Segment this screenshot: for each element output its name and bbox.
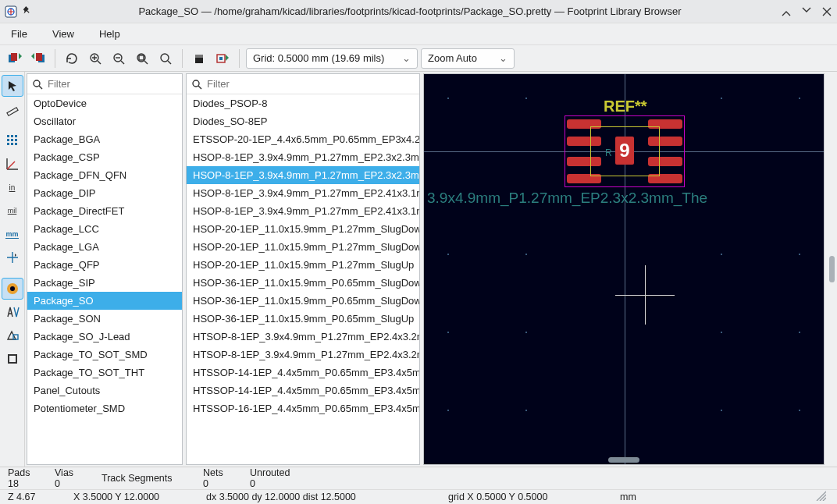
- footprint-list-item[interactable]: HSOP-8-1EP_3.9x4.9mm_P1.27mm_EP2.3x2.3m: [187, 148, 419, 166]
- footprint-list-item[interactable]: HSOP-8-1EP_3.9x4.9mm_P1.27mm_EP2.3x2.3m: [187, 166, 419, 184]
- horizontal-scrollbar[interactable]: [608, 457, 639, 463]
- svg-rect-20: [11, 139, 13, 141]
- text-display-icon[interactable]: [2, 301, 23, 323]
- footprint-list-item[interactable]: HTSSOP-16-1EP_4.4x5mm_P0.65mm_EP3.4x5m: [187, 399, 419, 417]
- window-title: Package_SO — /home/graham/kicad/librarie…: [39, 5, 781, 17]
- svg-rect-29: [9, 356, 16, 362]
- zoom-dropdown[interactable]: Zoom Auto ⌄: [421, 48, 515, 69]
- library-list-item[interactable]: Package_TO_SOT_SMD: [27, 346, 182, 364]
- library-list[interactable]: OptoDeviceOscillatorPackage_BGAPackage_C…: [27, 94, 182, 464]
- library-list-item[interactable]: Package_LGA: [27, 238, 182, 256]
- footprint-canvas[interactable]: REF** 9 R 3.9x4.9mm_P1.27mm_EP2.3x2.3mm_…: [423, 73, 825, 465]
- menu-file[interactable]: File: [6, 25, 32, 43]
- svg-rect-24: [15, 143, 17, 145]
- library-list-item[interactable]: Package_SO: [27, 292, 182, 310]
- svg-point-30: [34, 80, 40, 87]
- footprint-list-item[interactable]: HSOP-8-1EP_3.9x4.9mm_P1.27mm_EP2.41x3.1m: [187, 184, 419, 202]
- svg-rect-23: [11, 143, 13, 145]
- svg-rect-12: [195, 55, 203, 58]
- maximize-button[interactable]: [801, 6, 812, 17]
- view-3d-icon[interactable]: [189, 48, 209, 69]
- library-list-item[interactable]: Package_SON: [27, 310, 182, 328]
- library-list-item[interactable]: Oscillator: [27, 112, 182, 130]
- svg-rect-5: [36, 53, 42, 61]
- window-titlebar: Package_SO — /home/graham/kicad/librarie…: [0, 0, 837, 23]
- footprint-list-item[interactable]: HSOP-20-1EP_11.0x15.9mm_P1.27mm_SlugDow: [187, 238, 419, 256]
- status-zoom: Z 4.67: [0, 492, 66, 502]
- pin-icon[interactable]: [22, 5, 34, 18]
- library-list-item[interactable]: Package_SO_J-Lead: [27, 328, 182, 346]
- library-list-item[interactable]: Package_LCC: [27, 220, 182, 238]
- zoom-selection-icon[interactable]: [155, 48, 176, 69]
- library-list-item[interactable]: Panel_Cutouts: [27, 382, 182, 399]
- pad-fill-icon[interactable]: [2, 278, 23, 300]
- library-list-item[interactable]: Package_QFP: [27, 256, 182, 274]
- measure-tool-icon[interactable]: [2, 98, 23, 120]
- status-pads-value: 18: [8, 478, 39, 489]
- footprint-list-panel: Diodes_PSOP-8Diodes_SO-8EPETSSOP-20-1EP_…: [186, 73, 420, 465]
- vertical-scrollbar[interactable]: [829, 256, 835, 282]
- footprint-list-item[interactable]: ETSSOP-20-1EP_4.4x6.5mm_P0.65mm_EP3x4.2m: [187, 130, 419, 148]
- svg-rect-21: [15, 139, 17, 141]
- footprint-list-item[interactable]: HSOP-36-1EP_11.0x15.9mm_P0.65mm_SlugDow: [187, 292, 419, 310]
- library-filter-input[interactable]: [48, 78, 179, 90]
- cursor-shape-icon[interactable]: [2, 247, 23, 268]
- zoom-fit-icon[interactable]: [132, 48, 152, 69]
- grid-toggle-icon[interactable]: [2, 130, 23, 151]
- refresh-icon[interactable]: [62, 48, 82, 69]
- status-vias-label: Vias: [55, 467, 86, 478]
- zoom-dropdown-label: Zoom Auto: [428, 52, 477, 64]
- zoom-out-icon[interactable]: [109, 48, 129, 69]
- footprint-list-item[interactable]: HTSSOP-14-1EP_4.4x5mm_P0.65mm_EP3.4x5m: [187, 364, 419, 382]
- autozoom-icon[interactable]: [2, 348, 23, 370]
- select-tool-icon[interactable]: [2, 75, 23, 97]
- footprint-list-item[interactable]: HSOP-36-1EP_11.0x15.9mm_P0.65mm_SlugUp: [187, 310, 419, 328]
- footprint-list-item[interactable]: HTSOP-8-1EP_3.9x4.9mm_P1.27mm_EP2.4x3.2m: [187, 346, 419, 364]
- library-list-item[interactable]: Package_DirectFET: [27, 202, 182, 220]
- footprint-filter-input[interactable]: [207, 78, 415, 90]
- library-list-item[interactable]: Package_CSP: [27, 148, 182, 166]
- svg-rect-17: [11, 135, 13, 137]
- footprint-list-item[interactable]: HSOP-20-1EP_11.0x15.9mm_P1.27mm_SlugUp: [187, 256, 419, 274]
- left-toolstrip: in mil mm: [0, 72, 25, 467]
- svg-rect-18: [15, 135, 17, 137]
- library-list-item[interactable]: Package_SIP: [27, 274, 182, 292]
- polar-coords-icon[interactable]: [2, 153, 23, 175]
- library-next-icon[interactable]: [28, 48, 48, 69]
- footprint-list-item[interactable]: Diodes_PSOP-8: [187, 94, 419, 112]
- menu-view[interactable]: View: [48, 25, 79, 43]
- footprint-list-item[interactable]: HTSOP-8-1EP_3.9x4.9mm_P1.27mm_EP2.4x3.2m: [187, 328, 419, 346]
- svg-rect-22: [7, 143, 9, 145]
- close-button[interactable]: [821, 6, 832, 17]
- grid-dropdown-label: Grid: 0.5000 mm (19.69 mils): [253, 52, 384, 64]
- status-xy: X 3.5000 Y 12.0000: [66, 492, 198, 502]
- status-bar: Pads18 Vias0 Track Segments Nets0 Unrout…: [0, 467, 837, 504]
- units-mm-icon[interactable]: mm: [2, 223, 23, 245]
- units-mil-icon[interactable]: mil: [2, 200, 23, 222]
- library-prev-icon[interactable]: [5, 48, 25, 69]
- footprint-list[interactable]: Diodes_PSOP-8Diodes_SO-8EPETSSOP-20-1EP_…: [187, 94, 419, 464]
- resize-grip-icon[interactable]: [807, 490, 834, 501]
- library-list-item[interactable]: Package_BGA: [27, 130, 182, 148]
- units-in-icon[interactable]: in: [2, 176, 23, 198]
- svg-point-31: [193, 80, 199, 87]
- graphics-display-icon[interactable]: [2, 325, 23, 346]
- library-list-item[interactable]: Package_TO_SOT_THT: [27, 364, 182, 382]
- minimize-button[interactable]: [781, 6, 792, 17]
- library-list-item[interactable]: Potentiometer_SMD: [27, 399, 182, 417]
- grid-dropdown[interactable]: Grid: 0.5000 mm (19.69 mils) ⌄: [246, 48, 418, 69]
- footprint-list-item[interactable]: HSOP-20-1EP_11.0x15.9mm_P1.27mm_SlugDow: [187, 220, 419, 238]
- footprint-list-item[interactable]: HTSSOP-14-1EP_4.4x5mm_P0.65mm_EP3.4x5m: [187, 382, 419, 399]
- library-list-item[interactable]: OptoDevice: [27, 94, 182, 112]
- insert-to-board-icon[interactable]: [212, 48, 233, 69]
- library-list-item[interactable]: Package_DIP: [27, 184, 182, 202]
- zoom-in-icon[interactable]: [85, 48, 105, 69]
- library-list-item[interactable]: Package_DFN_QFN: [27, 166, 182, 184]
- menu-help[interactable]: Help: [94, 25, 125, 43]
- footprint-list-item[interactable]: HSOP-36-1EP_11.0x15.9mm_P0.65mm_SlugDow: [187, 274, 419, 292]
- svg-rect-19: [7, 139, 9, 141]
- footprint-list-item[interactable]: Diodes_SO-8EP: [187, 112, 419, 130]
- app-icon: [5, 5, 17, 18]
- status-units: mm: [612, 492, 644, 502]
- footprint-list-item[interactable]: HSOP-8-1EP_3.9x4.9mm_P1.27mm_EP2.41x3.1m: [187, 202, 419, 220]
